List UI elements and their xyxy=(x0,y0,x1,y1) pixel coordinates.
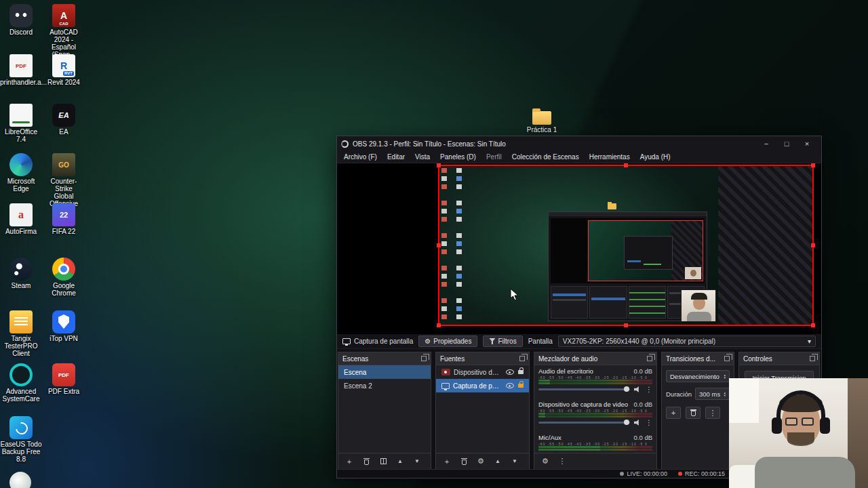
volume-slider[interactable] xyxy=(538,422,630,424)
desktop-icon-revit[interactable]: RRVT Revit 2024 xyxy=(43,54,85,86)
desktop-icon-ea[interactable]: EA EA xyxy=(43,104,85,136)
display-icon xyxy=(342,338,351,344)
remove-source-button[interactable] xyxy=(460,458,468,465)
remove-transition-button[interactable] xyxy=(686,407,701,419)
popout-icon[interactable] xyxy=(421,356,427,361)
properties-button[interactable]: ⚙ Propiedades xyxy=(418,336,477,347)
scene-move-up-button[interactable]: ▲ xyxy=(396,458,404,464)
desktop-icon-steam[interactable]: Steam xyxy=(0,258,42,289)
autocad-icon: ACAD xyxy=(52,4,75,27)
desktop-icon-advanced-systemcare[interactable]: Advanced SystemCare xyxy=(0,363,42,403)
select-arrows-icon: ▴▾ xyxy=(724,373,726,379)
remove-scene-button[interactable] xyxy=(362,458,370,465)
menu-paneles[interactable]: Paneles (D) xyxy=(440,153,476,161)
menu-archivo[interactable]: Archivo (F) xyxy=(344,153,377,161)
csgo-icon: GO xyxy=(52,153,75,176)
add-transition-button[interactable]: + xyxy=(666,407,681,419)
desktop-icon-label: iTop VPN xyxy=(43,335,85,342)
channel-menu-button[interactable]: ⋮ xyxy=(646,386,652,393)
captured-webcam-overlay xyxy=(681,289,716,322)
popout-icon[interactable] xyxy=(647,356,652,361)
desktop-icon-discord[interactable]: Discord xyxy=(0,4,42,36)
popout-icon[interactable] xyxy=(810,356,815,361)
partial-desktop-icon[interactable] xyxy=(9,472,31,488)
menu-herramientas[interactable]: Herramientas xyxy=(589,153,630,161)
resize-handle-top-right[interactable] xyxy=(811,163,815,167)
source-move-up-button[interactable]: ▲ xyxy=(494,458,502,464)
glasses-lens xyxy=(785,418,797,426)
source-properties-button[interactable]: ⚙ xyxy=(477,457,485,466)
desktop-icon-easeus[interactable]: EaseUS Todo Backup Free 8.8 xyxy=(0,416,42,463)
scene-filters-button[interactable] xyxy=(379,458,387,464)
desktop-icon-pdf-extra[interactable]: PDF PDF Extra xyxy=(43,363,85,395)
mixer-menu-button[interactable]: ⋮ xyxy=(558,457,566,466)
visibility-icon[interactable] xyxy=(506,383,514,388)
source-item-screen-capture[interactable]: Captura de pantall xyxy=(436,379,529,392)
resize-handle-bottom-right[interactable] xyxy=(811,323,815,327)
desktop-icon-fifa22[interactable]: 22 FIFA 22 xyxy=(43,203,85,235)
volume-slider[interactable] xyxy=(538,388,630,390)
resize-handle-top-left[interactable] xyxy=(437,163,441,167)
display-select[interactable]: VX2705-2KP: 2560x1440 @ 0,0 (Monitor pri… xyxy=(558,336,816,347)
scene-move-down-button[interactable]: ▼ xyxy=(413,458,421,464)
obs-logo-icon xyxy=(341,140,349,148)
mixer-settings-button[interactable]: ⚙ xyxy=(541,457,549,466)
itop-vpn-icon xyxy=(52,310,75,333)
filters-button[interactable]: Filtros xyxy=(483,336,522,347)
scene-item-escena2[interactable]: Escena 2 xyxy=(338,379,431,392)
headphone-earcup xyxy=(772,418,782,434)
desktop-icon-printhandler[interactable]: PDF printhandler.a... xyxy=(0,54,42,86)
desktop-icon-tangix-testerpro[interactable]: Tangix TesterPRO Client xyxy=(0,310,42,357)
nested-dock xyxy=(629,286,666,319)
channel-menu-button[interactable]: ⋮ xyxy=(646,420,652,426)
close-button[interactable]: × xyxy=(797,136,817,151)
lock-icon[interactable] xyxy=(518,384,524,388)
transition-select[interactable]: Desvanecimiento ▴▾ xyxy=(666,370,730,382)
obs-menubar: Archivo (F) Editar Vista Paneles (D) Per… xyxy=(337,151,821,163)
minimize-button[interactable]: − xyxy=(756,136,776,151)
folder-icon xyxy=(532,111,551,125)
resize-handle-bottom-left[interactable] xyxy=(437,323,441,327)
menu-perfil[interactable]: Perfil xyxy=(486,153,502,161)
scene-item-escena[interactable]: Escena xyxy=(338,365,431,379)
mixer-channel-mic-aux: Mic/Aux0.0 dB -60 -55 -50 -45 -40 -35 -3… xyxy=(538,434,652,451)
desktop-icon-autofirma[interactable]: a AutoFirma xyxy=(0,203,42,235)
resize-handle-top[interactable] xyxy=(624,163,628,167)
menu-editar[interactable]: Editar xyxy=(387,153,405,161)
menu-vista[interactable]: Vista xyxy=(415,153,430,161)
source-move-down-button[interactable]: ▼ xyxy=(511,458,519,464)
resize-handle-bottom[interactable] xyxy=(624,323,628,327)
desktop-icon-libreoffice[interactable]: LibreOffice 7.4 xyxy=(0,104,42,143)
resize-handle-right[interactable] xyxy=(811,243,815,247)
duration-spinner[interactable]: 300 ms ▴▾ xyxy=(695,388,730,400)
menu-coleccion-escenas[interactable]: Colección de Escenas xyxy=(512,153,579,161)
chrome-icon xyxy=(52,258,75,281)
add-scene-button[interactable]: + xyxy=(345,458,353,466)
desktop-icon-itop-vpn[interactable]: iTop VPN xyxy=(43,310,85,342)
desktop-icon-label: FIFA 22 xyxy=(43,228,85,235)
speaker-icon[interactable] xyxy=(634,386,642,393)
grid-icon xyxy=(380,458,387,464)
source-item-video-device[interactable]: Dispositivo de capt xyxy=(436,365,529,379)
desktop-icon-microsoft-edge[interactable]: Microsoft Edge xyxy=(0,153,42,192)
spinner-arrows-icon[interactable]: ▴▾ xyxy=(724,391,726,396)
desktop-icon-autocad[interactable]: ACAD AutoCAD 2024 - Español (Span... xyxy=(43,4,85,58)
add-source-button[interactable]: + xyxy=(443,458,451,466)
visibility-icon[interactable] xyxy=(506,369,514,375)
screen-capture-source[interactable] xyxy=(438,165,814,326)
popout-icon[interactable] xyxy=(724,356,730,361)
speaker-icon[interactable] xyxy=(634,420,642,426)
obs-titlebar[interactable]: OBS 29.1.3 - Perfil: Sin Título - Escena… xyxy=(337,136,821,151)
transition-menu-button[interactable]: ⋮ xyxy=(705,407,720,419)
desktop-icon-csgo[interactable]: GO Counter-Strike Global Offensive xyxy=(43,153,85,207)
desktop-icon-label: printhandler.a... xyxy=(0,79,42,86)
resize-handle-left[interactable] xyxy=(437,243,441,247)
lock-icon[interactable] xyxy=(518,370,524,374)
maximize-button[interactable]: □ xyxy=(776,136,797,151)
window-title: OBS 29.1.3 - Perfil: Sin Título - Escena… xyxy=(353,140,506,148)
desktop-folder-practica1[interactable]: Práctica 1 xyxy=(521,108,563,134)
desktop-icon-google-chrome[interactable]: Google Chrome xyxy=(43,258,85,297)
menu-ayuda[interactable]: Ayuda (H) xyxy=(640,153,671,161)
folder-label: Práctica 1 xyxy=(521,126,563,134)
popout-icon[interactable] xyxy=(519,356,525,361)
